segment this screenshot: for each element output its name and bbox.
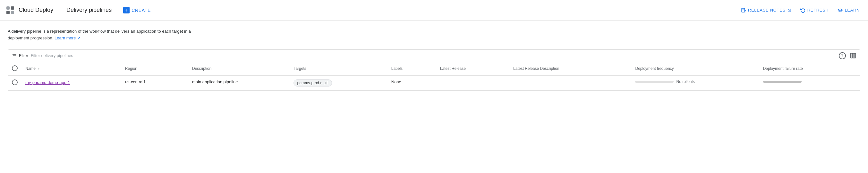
row-labels-cell: None xyxy=(388,75,436,90)
row-description-cell: main application pipeline xyxy=(188,75,290,90)
col-header-checkbox xyxy=(8,62,22,76)
row-latest-release-value: — xyxy=(440,79,444,84)
sort-arrow-icon: ↑ xyxy=(38,67,40,70)
learn-button[interactable]: LEARN xyxy=(834,5,863,15)
release-notes-button[interactable]: RELEASE NOTES xyxy=(738,5,795,15)
deploy-freq-text: No rollouts xyxy=(676,79,694,84)
row-targets-cell: params-prod-multi xyxy=(290,75,387,90)
col-header-region: Region xyxy=(121,62,188,76)
row-name-cell: my-params-demo-app-1 xyxy=(22,75,121,90)
help-circle-icon: ? xyxy=(839,52,846,59)
target-chip[interactable]: params-prod-multi xyxy=(293,79,332,86)
release-notes-label: RELEASE NOTES xyxy=(748,8,785,12)
svg-line-8 xyxy=(789,9,791,10)
col-header-deploy-fail: Deployment failure rate xyxy=(759,62,860,76)
col-header-name[interactable]: Name ↑ xyxy=(22,62,121,76)
deploy-fail-bar xyxy=(763,81,802,83)
refresh-button[interactable]: REFRESH xyxy=(797,5,832,15)
app-name: Cloud Deploy xyxy=(19,7,53,13)
description-body: A delivery pipeline is a representation … xyxy=(8,29,191,40)
filter-icon-area: Filter xyxy=(12,53,28,58)
cloud-deploy-logo-icon xyxy=(5,5,16,15)
filter-input[interactable] xyxy=(31,53,836,58)
pipeline-link[interactable]: my-params-demo-app-1 xyxy=(25,79,117,86)
svg-rect-12 xyxy=(851,53,852,58)
columns-icon-button[interactable] xyxy=(850,53,856,59)
svg-rect-1 xyxy=(6,11,10,14)
row-latest-release-desc-value: — xyxy=(513,79,518,84)
col-region-label: Region xyxy=(125,66,137,71)
svg-rect-14 xyxy=(854,53,856,58)
page-title: Delivery pipelines xyxy=(66,7,112,13)
deploy-fail-container: — xyxy=(763,79,856,84)
col-targets-label: Targets xyxy=(293,66,306,71)
col-header-deploy-freq: Deployment frequency xyxy=(631,62,759,76)
col-latest-release-label: Latest Release xyxy=(440,66,466,71)
row-checkbox-cell xyxy=(8,75,22,90)
pipelines-table: Name ↑ Region Description Targets Labels… xyxy=(8,62,860,91)
row-deploy-freq-cell: No rollouts xyxy=(631,75,759,90)
help-icon-button[interactable]: ? xyxy=(839,52,846,59)
learn-icon xyxy=(838,8,843,13)
learn-more-link[interactable]: Learn more ↗ xyxy=(55,36,81,40)
create-label: CREATE xyxy=(131,8,151,13)
filter-bar: Filter ? xyxy=(8,49,860,62)
deploy-freq-container: No rollouts xyxy=(635,79,755,84)
header-checkbox[interactable] xyxy=(12,65,18,71)
columns-icon xyxy=(850,53,856,59)
row-latest-release-cell: — xyxy=(436,75,509,90)
external-link-icon xyxy=(787,8,791,12)
external-link-small-icon: ↗ xyxy=(77,36,81,40)
refresh-icon xyxy=(800,8,805,13)
deploy-freq-bar xyxy=(635,81,674,83)
col-name-label: Name xyxy=(25,66,36,71)
svg-rect-2 xyxy=(11,6,14,10)
header-actions: RELEASE NOTES REFRESH LEARN xyxy=(738,5,863,15)
filter-right-controls: ? xyxy=(839,52,856,59)
svg-rect-0 xyxy=(6,6,10,10)
create-button[interactable]: + CREATE xyxy=(119,4,155,16)
col-description-label: Description xyxy=(192,66,211,71)
col-header-description: Description xyxy=(188,62,290,76)
col-header-labels: Labels xyxy=(388,62,436,76)
col-deploy-fail-label: Deployment failure rate xyxy=(763,66,803,71)
deploy-fail-text: — xyxy=(804,79,808,84)
svg-rect-3 xyxy=(11,11,14,14)
refresh-label: REFRESH xyxy=(807,8,829,12)
row-deploy-fail-cell: — xyxy=(759,75,860,90)
col-header-latest-release-desc: Latest Release Description xyxy=(509,62,631,76)
col-deploy-freq-label: Deployment frequency xyxy=(635,66,674,71)
app-logo-area: Cloud Deploy xyxy=(5,5,60,15)
learn-label: LEARN xyxy=(845,8,860,12)
learn-more-label: Learn more xyxy=(55,36,76,40)
row-latest-release-desc-cell: — xyxy=(509,75,631,90)
table-row: my-params-demo-app-1 us-central1 main ap… xyxy=(8,75,860,90)
app-header: Cloud Deploy Delivery pipelines + CREATE… xyxy=(0,0,868,21)
row-description-value: main application pipeline xyxy=(192,79,238,84)
row-region-cell: us-central1 xyxy=(121,75,188,90)
main-content: A delivery pipeline is a representation … xyxy=(0,21,868,91)
row-labels-value: None xyxy=(391,79,401,84)
table-header: Name ↑ Region Description Targets Labels… xyxy=(8,62,860,76)
col-labels-label: Labels xyxy=(391,66,403,71)
release-notes-icon xyxy=(741,8,746,13)
table-body: my-params-demo-app-1 us-central1 main ap… xyxy=(8,75,860,90)
row-checkbox[interactable] xyxy=(12,79,18,85)
filter-label: Filter xyxy=(19,53,28,58)
filter-icon xyxy=(12,53,17,58)
col-latest-release-desc-label: Latest Release Description xyxy=(513,66,559,71)
plus-icon: + xyxy=(123,7,130,13)
svg-rect-13 xyxy=(852,53,854,58)
description-text: A delivery pipeline is a representation … xyxy=(8,28,200,42)
row-region-value: us-central1 xyxy=(125,79,146,84)
col-header-targets: Targets xyxy=(290,62,387,76)
col-header-latest-release: Latest Release xyxy=(436,62,509,76)
